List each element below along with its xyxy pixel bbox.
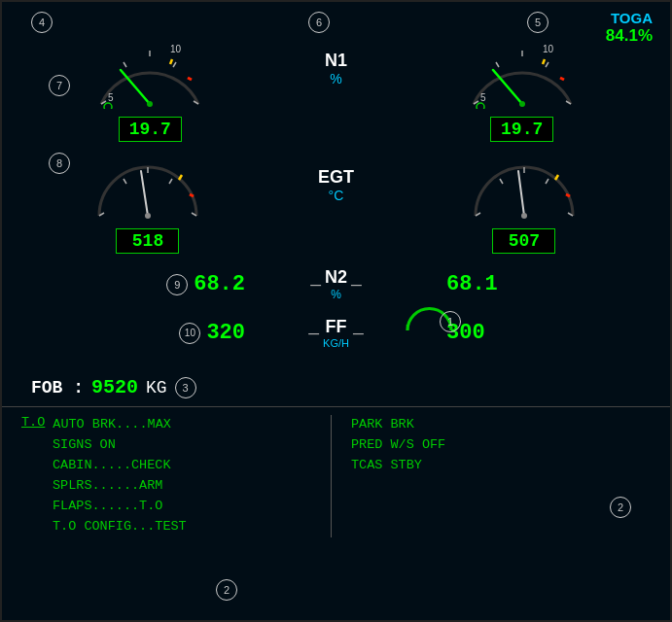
svg-line-17 bbox=[543, 59, 545, 64]
svg-line-1 bbox=[124, 62, 126, 67]
svg-line-39 bbox=[566, 194, 570, 196]
checklist-right-item-2: TCAS STBY bbox=[351, 456, 651, 476]
circle-9: 9 bbox=[166, 274, 188, 295]
svg-line-5 bbox=[170, 59, 172, 64]
n1-gauges-row: 7 5 10 bbox=[2, 21, 670, 142]
n2-right-value: 68.1 bbox=[446, 272, 498, 296]
svg-text:5: 5 bbox=[108, 92, 114, 103]
divider bbox=[2, 406, 670, 407]
egt-right-arc bbox=[461, 157, 587, 221]
n1-right-gauge: 5 10 19.7 bbox=[459, 31, 585, 142]
svg-line-15 bbox=[546, 62, 548, 67]
svg-line-40 bbox=[518, 171, 524, 216]
svg-text:10: 10 bbox=[543, 44, 554, 54]
circle-7: 7 bbox=[49, 75, 70, 96]
egt-unit: °C bbox=[329, 188, 344, 203]
egt-left-gauge: 518 bbox=[85, 157, 211, 254]
checklist-right: PARK BRK PRED W/S OFF TCAS STBY 2 bbox=[332, 415, 651, 537]
svg-line-3 bbox=[173, 62, 176, 67]
svg-point-41 bbox=[521, 213, 527, 219]
egt-left-value: 518 bbox=[116, 228, 179, 254]
checklist-right-item-0: PARK BRK bbox=[351, 415, 651, 435]
svg-line-27 bbox=[169, 179, 172, 184]
toga-label: TOGA bbox=[606, 10, 653, 26]
svg-line-6 bbox=[188, 78, 192, 80]
svg-text:10: 10 bbox=[170, 44, 182, 54]
ff-unit: KG/H bbox=[323, 337, 349, 349]
svg-text:5: 5 bbox=[480, 92, 486, 103]
svg-line-25 bbox=[124, 179, 126, 184]
fob-label: FOB : bbox=[31, 378, 84, 397]
checklist-item-2: CABIN.....CHECK bbox=[21, 456, 321, 476]
svg-point-11 bbox=[104, 103, 112, 109]
n2-label: N2 bbox=[325, 267, 347, 288]
svg-point-23 bbox=[477, 103, 484, 109]
svg-line-34 bbox=[500, 179, 503, 184]
svg-line-18 bbox=[560, 78, 564, 80]
svg-point-32 bbox=[145, 213, 151, 219]
n1-unit: % bbox=[330, 71, 341, 86]
n1-left-arc: 5 10 bbox=[87, 31, 213, 109]
egt-left-arc bbox=[85, 157, 211, 221]
fob-row: FOB : 9520 KG 3 bbox=[2, 370, 670, 404]
ff-row: 10 320 — FF KG/H — 300 bbox=[2, 313, 670, 353]
svg-line-13 bbox=[496, 62, 499, 67]
n1-left-gauge: 7 5 10 bbox=[87, 31, 213, 142]
egt-gauges-row: 518 EGT °C bbox=[2, 148, 670, 254]
fob-value: 9520 bbox=[91, 376, 138, 398]
circle-10: 10 bbox=[179, 323, 200, 344]
checklist-left: T.O AUTO BRK....MAX SIGNS ON CABIN.....C… bbox=[21, 415, 332, 537]
ff-label: FF bbox=[323, 317, 349, 337]
egt-right-gauge: 507 bbox=[461, 157, 587, 254]
egt-right-value: 507 bbox=[492, 228, 555, 254]
circle-3: 3 bbox=[175, 377, 196, 398]
svg-point-10 bbox=[147, 101, 153, 107]
checklist-item-3: SPLRS......ARM bbox=[21, 476, 321, 497]
circle-2-left: 2 bbox=[216, 579, 237, 601]
checklist-header: T.O bbox=[21, 415, 45, 435]
checklist-item-5: T.O CONFIG...TEST bbox=[21, 517, 321, 537]
circle-1: 1 bbox=[440, 311, 461, 332]
svg-line-30 bbox=[190, 194, 194, 196]
eicas-panel: TOGA 84.1% 4 6 5 7 bbox=[0, 0, 672, 622]
circle-2-right: 2 bbox=[610, 497, 631, 518]
toga-value: 84.1% bbox=[606, 26, 653, 46]
n1-label: N1 bbox=[325, 51, 347, 71]
n1-right-arc: 5 10 bbox=[459, 31, 585, 109]
fob-unit: KG bbox=[146, 378, 167, 397]
n2-unit: % bbox=[325, 288, 347, 301]
checklist-item-0: AUTO BRK....MAX bbox=[53, 415, 171, 435]
egt-label: EGT bbox=[318, 167, 354, 188]
svg-point-22 bbox=[519, 101, 525, 107]
bottom-area: T.O AUTO BRK....MAX SIGNS ON CABIN.....C… bbox=[2, 409, 670, 543]
n2-row: 9 68.2 — N2 % — 68.1 bbox=[2, 258, 670, 311]
svg-line-31 bbox=[141, 171, 148, 216]
n1-right-value: 19.7 bbox=[490, 117, 553, 142]
checklist-right-item-1: PRED W/S OFF bbox=[351, 435, 651, 456]
n2-left-value: 68.2 bbox=[194, 272, 245, 296]
svg-line-36 bbox=[546, 179, 548, 184]
n1-left-value: 19.7 bbox=[119, 117, 182, 142]
checklist-item-1: SIGNS ON bbox=[21, 435, 321, 456]
checklist-item-4: FLAPS......T.O bbox=[21, 497, 321, 517]
ff-left-value: 320 bbox=[206, 321, 245, 345]
